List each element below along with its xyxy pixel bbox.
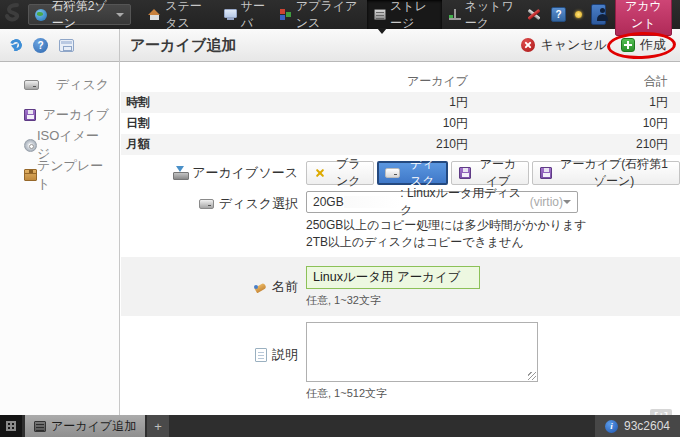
note-icon [255, 348, 267, 362]
window-icon[interactable] [59, 39, 74, 52]
task-tab-archive-add[interactable]: アーカイブ追加 [25, 415, 145, 437]
top-right-controls: アカウント [526, 0, 680, 36]
refresh-icon[interactable] [8, 37, 24, 53]
source-option-archive-zone1[interactable]: アーカイブ(石狩第1ゾーン) [532, 161, 680, 185]
redacted-disk-id [344, 196, 401, 208]
archive-icon [24, 109, 36, 121]
nav-label: ネットワーク [465, 0, 519, 32]
main-content: アーカイブ 合計 時割 1円 1円 日割 10円 10円 月額 210円 210… [121, 62, 680, 415]
pricing-col-archive: アーカイブ [281, 73, 468, 90]
sidebar-item-iso[interactable]: ISOイメージ [0, 130, 119, 160]
chevron-down-icon [563, 200, 571, 204]
pricing-header-row: アーカイブ 合計 [121, 70, 680, 92]
cancel-x-icon [521, 38, 535, 52]
iso-icon [24, 139, 37, 152]
new-tab-button[interactable]: + [147, 415, 169, 437]
version-segment: 93c2604 [595, 415, 680, 437]
description-label: 説明 [121, 346, 306, 364]
sidebar-item-disk[interactable]: ディスク [0, 70, 119, 100]
disk-name-text: : Linuxルータ用ディスク [400, 185, 525, 219]
pricing-row-daily: 日割 10円 10円 [121, 113, 680, 134]
server-icon [224, 9, 237, 18]
sidebar-label: テンプレート [37, 157, 109, 193]
page-title: アーカイブ追加 [120, 36, 521, 55]
disk-icon [24, 80, 39, 90]
disk-copy-help-2: 2TB以上のディスクはコピーできません [306, 234, 680, 251]
nav-label: ステータス [165, 0, 209, 32]
name-hint: 任意, 1~32文字 [306, 293, 680, 308]
account-button[interactable]: アカウント [615, 0, 672, 36]
archive-source-label: アーカイブソース [121, 164, 306, 182]
app-window: 石狩第2ゾーン ステータス サーバ アプライアンス ストレージ ネット [0, 0, 680, 437]
sakura-cloud-logo [0, 0, 28, 29]
person-icon [596, 8, 609, 22]
notification-dot-icon [575, 11, 582, 18]
cancel-label: キャンセル [540, 36, 607, 54]
nav-label: アプライアンス [296, 0, 360, 32]
description-textarea[interactable] [306, 322, 538, 382]
grid-icon [6, 421, 16, 431]
tools-icon[interactable] [526, 7, 542, 22]
name-row: 名前 任意, 1~32文字 [121, 266, 680, 308]
nav-item-status[interactable]: ステータス [141, 0, 216, 29]
help-round-icon[interactable] [33, 38, 48, 53]
storage-icon [374, 9, 386, 20]
cancel-button[interactable]: キャンセル [521, 36, 607, 54]
nav-item-appliance[interactable]: アプライアンス [273, 0, 367, 29]
disk-icon [199, 199, 214, 209]
disk-size-text: 20GB [313, 195, 344, 209]
source-option-archive[interactable]: アーカイブ [451, 161, 529, 185]
nav-label: ストレージ [390, 0, 435, 32]
source-option-disk[interactable]: ディスク [377, 161, 448, 185]
archive-source-options: ブランク ディスク アーカイブ アーカイブ(石狩第1ゾーン) [306, 161, 680, 185]
source-option-blank[interactable]: ブランク [306, 161, 374, 185]
archive-icon [540, 167, 552, 179]
globe-icon [35, 9, 47, 21]
network-icon [449, 9, 461, 21]
user-button[interactable] [591, 4, 606, 25]
nav-item-storage[interactable]: ストレージ [367, 0, 442, 29]
nav-item-server[interactable]: サーバ [217, 0, 273, 29]
archive-source-row: アーカイブソース ブランク ディスク アーカイブ アーカイブ(石狩第1ゾーン) [121, 161, 680, 185]
bottom-bar: アーカイブ追加 + 93c2604 [0, 415, 680, 437]
taskbar-grid-button[interactable] [0, 415, 22, 437]
sidebar-item-template[interactable]: テンプレート [0, 160, 119, 190]
description-hint: 任意, 1~512文字 [306, 386, 680, 401]
tag-icon [252, 281, 267, 294]
template-icon [24, 169, 37, 181]
archive-source-icon [173, 166, 187, 180]
archive-icon [459, 167, 471, 179]
version-text: 93c2604 [624, 419, 670, 433]
nav-label: サーバ [241, 0, 266, 32]
sidebar-item-archive[interactable]: アーカイブ [0, 100, 119, 130]
disk-select-dropdown[interactable]: 20GB : Linuxルータ用ディスク (virtio) [306, 191, 578, 213]
name-field-band: 名前 任意, 1~32文字 [121, 257, 680, 316]
pricing-row-hourly: 時割 1円 1円 [121, 92, 680, 113]
pricing-table: アーカイブ 合計 時割 1円 1円 日割 10円 10円 月額 210円 210… [121, 70, 680, 155]
pricing-row-monthly: 月額 210円 210円 [121, 134, 680, 155]
nav-item-network[interactable]: ネットワーク [442, 0, 526, 29]
main-nav: ステータス サーバ アプライアンス ストレージ ネットワーク [141, 0, 526, 29]
name-input[interactable] [306, 266, 480, 289]
zone-label: 石狩第2ゾーン [52, 0, 111, 32]
create-label: 作成 [640, 36, 666, 54]
home-icon [148, 9, 161, 20]
disk-select-label: ディスク選択 [121, 195, 306, 213]
disk-copy-help-1: 250GB以上のコピー処理には多少時間がかかります [306, 217, 680, 234]
info-icon [605, 420, 618, 433]
action-buttons: キャンセル 作成 [521, 36, 680, 54]
sidebar: ディスク アーカイブ ISOイメージ テンプレート [0, 62, 120, 415]
help-icon[interactable] [551, 7, 566, 22]
create-plus-icon [621, 38, 635, 52]
toolbar-left [0, 29, 120, 62]
description-row: 説明 任意, 1~512文字 [121, 322, 680, 401]
top-bar: 石狩第2ゾーン ステータス サーバ アプライアンス ストレージ ネット [0, 0, 680, 29]
blank-icon [314, 167, 326, 179]
name-label: 名前 [121, 278, 306, 296]
zone-selector[interactable]: 石狩第2ゾーン [28, 4, 131, 25]
disk-select-row: ディスク選択 20GB : Linuxルータ用ディスク (virtio) 250… [121, 191, 680, 251]
storage-icon [34, 421, 46, 432]
create-button[interactable]: 作成 [621, 36, 666, 54]
sidebar-label: アーカイブ [43, 106, 109, 124]
disk-icon [385, 168, 400, 178]
